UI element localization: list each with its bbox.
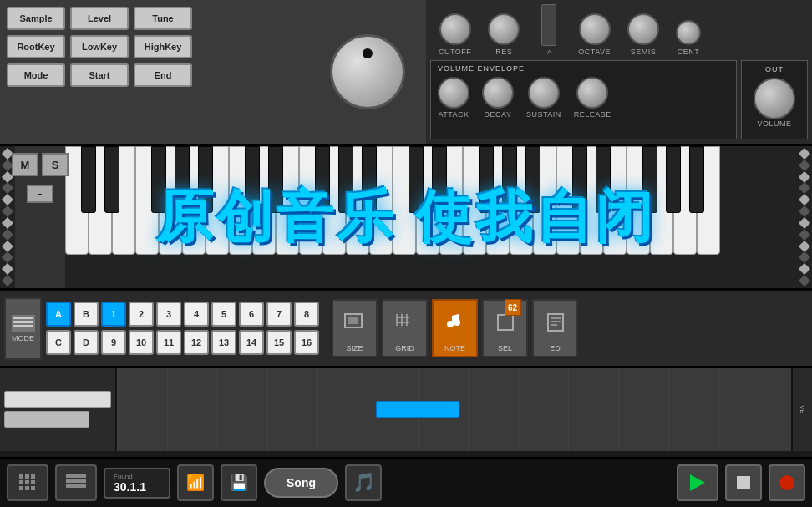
pattern-1[interactable]: 1 — [101, 302, 126, 327]
black-key-12[interactable] — [432, 146, 447, 213]
semis-knob[interactable] — [627, 13, 659, 45]
ve-text: VE — [799, 405, 806, 414]
metronome-button[interactable]: 🎵 — [345, 464, 382, 501]
attack-knob[interactable] — [438, 77, 469, 109]
black-key-3[interactable] — [151, 146, 166, 213]
size-icon-area — [343, 301, 367, 344]
note-tool-button[interactable]: NOTE — [432, 299, 478, 357]
track-block-1[interactable] — [376, 401, 459, 418]
grid-tool-button[interactable]: GRID — [382, 299, 428, 357]
end-button[interactable]: End — [134, 63, 192, 87]
pattern-15[interactable]: 15 — [266, 330, 292, 355]
out-volume-knob[interactable] — [754, 78, 795, 119]
cutoff-knob[interactable] — [439, 13, 471, 45]
black-key-18[interactable] — [642, 146, 657, 213]
black-key-11[interactable] — [409, 146, 424, 213]
octave-knob[interactable] — [579, 13, 611, 45]
track-sidebar — [0, 368, 117, 451]
mute-button[interactable]: M — [12, 153, 38, 176]
black-key-16[interactable] — [572, 146, 587, 213]
semis-label: SEMIS — [631, 48, 657, 56]
black-key-4[interactable] — [175, 146, 190, 213]
size-tool-button[interactable]: SIZE — [332, 299, 378, 357]
env-out-row: VOLUME ENVELOPE ATTACK DECAY SUSTAIN — [430, 60, 808, 139]
pattern-11[interactable]: 11 — [156, 330, 181, 355]
song-button[interactable]: Song — [264, 468, 338, 498]
track-content[interactable]: VE — [117, 368, 812, 451]
wifi-button[interactable]: 📶 — [177, 464, 214, 501]
main-knob[interactable] — [330, 34, 405, 109]
svg-rect-4 — [498, 315, 513, 330]
black-key-7[interactable] — [268, 146, 283, 213]
mode-icon — [12, 315, 35, 332]
save-icon: 💾 — [230, 474, 248, 492]
rdiamond-2 — [799, 160, 810, 171]
ed-tool-button[interactable]: ED — [532, 299, 578, 357]
mode-large-button[interactable]: MODE — [4, 297, 42, 360]
black-key-13[interactable] — [479, 146, 494, 213]
pattern-6[interactable]: 6 — [239, 302, 264, 327]
sel-tool-button[interactable]: 62 SEL — [482, 299, 528, 357]
release-knob[interactable] — [576, 77, 608, 109]
collapse-button[interactable]: - — [27, 185, 53, 203]
pattern-5[interactable]: 5 — [211, 302, 236, 327]
diamond-6 — [2, 205, 13, 217]
pattern-D[interactable]: D — [74, 330, 99, 355]
attack-group: ATTACK — [438, 77, 469, 119]
size-label: SIZE — [346, 344, 363, 352]
pattern-10[interactable]: 10 — [129, 330, 154, 355]
pattern-9[interactable]: 9 — [101, 330, 126, 355]
cent-knob[interactable] — [676, 20, 701, 45]
save-button[interactable]: 💾 — [221, 464, 257, 501]
black-key-6[interactable] — [245, 146, 260, 213]
piano-keys-container[interactable] — [65, 146, 797, 288]
stop-button[interactable] — [725, 464, 762, 501]
pattern-A[interactable]: A — [46, 302, 71, 327]
black-key-2[interactable] — [104, 146, 119, 213]
res-knob[interactable] — [488, 13, 520, 45]
highkey-button[interactable]: HighKey — [134, 35, 192, 58]
pattern-14[interactable]: 14 — [239, 330, 264, 355]
record-button[interactable] — [769, 464, 805, 501]
black-key-8[interactable] — [315, 146, 330, 213]
pattern-row-2: C D 9 10 11 12 13 14 15 16 — [46, 330, 319, 355]
black-key-5[interactable] — [198, 146, 213, 213]
sample-button[interactable]: Sample — [7, 7, 65, 30]
list-view-button[interactable] — [55, 464, 97, 501]
pattern-12[interactable]: 12 — [184, 330, 209, 355]
pattern-8[interactable]: 8 — [294, 302, 319, 327]
filter-slider[interactable] — [541, 4, 556, 46]
lowkey-button[interactable]: LowKey — [70, 35, 129, 58]
tune-button[interactable]: Tune — [134, 7, 192, 30]
pattern-16[interactable]: 16 — [294, 330, 319, 355]
svg-rect-11 — [31, 474, 35, 479]
black-key-19[interactable] — [666, 146, 681, 213]
metronome-icon: 🎵 — [353, 472, 375, 494]
rootkey-button[interactable]: RootKey — [7, 35, 65, 58]
mode-button[interactable]: Mode — [7, 63, 65, 87]
grid-view-button[interactable] — [7, 464, 48, 501]
pattern-13[interactable]: 13 — [211, 330, 236, 355]
black-key-20[interactable] — [689, 146, 704, 213]
decay-knob[interactable] — [482, 77, 514, 109]
start-button[interactable]: Start — [70, 63, 129, 87]
sustain-knob[interactable] — [528, 77, 560, 109]
release-label: RELEASE — [574, 110, 612, 119]
level-button[interactable]: Level — [70, 7, 129, 30]
black-key-1[interactable] — [81, 146, 96, 213]
pattern-3[interactable]: 3 — [156, 302, 181, 327]
pattern-7[interactable]: 7 — [266, 302, 292, 327]
play-button[interactable] — [677, 464, 718, 501]
pattern-C[interactable]: C — [46, 330, 71, 355]
black-key-15[interactable] — [525, 146, 540, 213]
pattern-4[interactable]: 4 — [184, 302, 209, 327]
black-key-14[interactable] — [502, 146, 517, 213]
black-key-10[interactable] — [362, 146, 377, 213]
note-icon-area — [444, 301, 467, 344]
pattern-2[interactable]: 2 — [129, 302, 154, 327]
solo-button[interactable]: S — [42, 153, 69, 176]
ed-icon — [546, 312, 565, 332]
black-key-9[interactable] — [338, 146, 353, 213]
black-key-17[interactable] — [596, 146, 611, 213]
pattern-B[interactable]: B — [74, 302, 99, 327]
